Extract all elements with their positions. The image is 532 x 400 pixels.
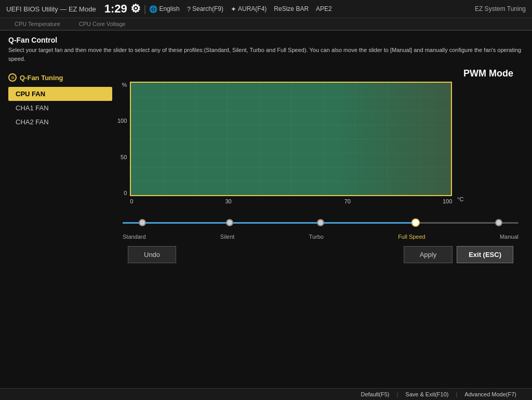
x-label-100: 100	[443, 198, 452, 204]
slider-track-wrapper[interactable]	[123, 215, 518, 230]
apply-button[interactable]: Apply	[404, 246, 453, 263]
language-label: English	[159, 5, 179, 12]
profile-slider-section: Standard Silent Turbo Full Speed Manual	[117, 215, 524, 240]
resizebar-label: ReSize BAR	[274, 5, 309, 12]
slider-label-manual: Manual	[500, 234, 518, 240]
chart-fade	[339, 83, 451, 195]
right-buttons: Apply Exit (ESC)	[404, 246, 513, 263]
slider-track	[123, 222, 518, 224]
language-selector[interactable]: 🌐 English	[149, 5, 179, 13]
qfan-title: Q-Fan Control	[8, 36, 524, 44]
fan-item-cpu[interactable]: CPU FAN	[8, 87, 112, 101]
x-axis: 0 30 70 100	[130, 196, 452, 204]
search-button[interactable]: ? Search(F9)	[187, 5, 223, 13]
footer-save-exit[interactable]: Save & Exit(F10)	[398, 391, 456, 397]
bottom-bar: Undo Apply Exit (ESC)	[117, 240, 524, 268]
chart-container	[130, 82, 452, 196]
y-label-pct: %	[122, 82, 127, 88]
search-icon: ?	[187, 5, 191, 13]
time-display: 1:29 ⚙	[104, 2, 141, 16]
slider-label-silent: Silent	[220, 234, 235, 240]
bios-screen: UEFI BIOS Utility — EZ Mode 1:29 ⚙ | 🌐 E…	[0, 0, 532, 400]
footer-default[interactable]: Default(F5)	[353, 391, 396, 397]
divider: |	[144, 4, 147, 15]
slider-knob-fullspeed[interactable]	[411, 218, 420, 227]
ape2-button[interactable]: APE2	[316, 5, 332, 12]
graph-area: PWM Mode % 100 50 0	[112, 68, 524, 383]
x-label-70: 70	[344, 198, 351, 204]
aura-label: AURA(F4)	[238, 5, 267, 12]
qfan-description: Select your target fan and then move the…	[8, 46, 524, 63]
sub-tabs-bar: CPU Temperature CPU Core Voltage	[0, 18, 532, 31]
body-area: ⊙ Q-Fan Tuning CPU FAN CHA1 FAN CHA2 FAN…	[8, 68, 524, 383]
chart-wrapper: % 100 50 0	[117, 82, 524, 204]
x-label-0: 0	[130, 198, 133, 204]
sidebar-section-label: Q-Fan Tuning	[20, 74, 63, 82]
y-label-100: 100	[117, 118, 127, 124]
slider-knob-standard[interactable]	[139, 219, 146, 226]
slider-knob-silent[interactable]	[226, 219, 233, 226]
search-label: Search(F9)	[192, 5, 223, 12]
tab-cpu-voltage[interactable]: CPU Core Voltage	[70, 18, 135, 31]
slider-track-active	[123, 222, 416, 224]
x-axis-unit: °C	[457, 196, 463, 202]
main-content: Q-Fan Control Select your target fan and…	[0, 31, 532, 388]
sidebar: ⊙ Q-Fan Tuning CPU FAN CHA1 FAN CHA2 FAN	[8, 68, 112, 383]
top-bar: UEFI BIOS Utility — EZ Mode 1:29 ⚙ | 🌐 E…	[0, 0, 532, 18]
y-label-0: 0	[124, 190, 127, 196]
slider-label-turbo: Turbo	[309, 234, 324, 240]
ez-system-tuning-link[interactable]: EZ System Tuning	[475, 5, 526, 12]
slider-label-standard: Standard	[123, 234, 146, 240]
slider-labels: Standard Silent Turbo Full Speed Manual	[123, 234, 518, 240]
slider-knob-manual[interactable]	[495, 219, 502, 226]
settings-icon: ⚙	[130, 2, 141, 16]
fan-item-cha1[interactable]: CHA1 FAN	[8, 101, 112, 115]
qfan-icon: ⊙	[8, 73, 17, 82]
globe-icon: 🌐	[149, 5, 157, 13]
chart-grid	[130, 82, 452, 196]
y-label-50: 50	[121, 154, 127, 160]
slider-label-fullspeed: Full Speed	[398, 234, 425, 240]
exit-button[interactable]: Exit (ESC)	[457, 246, 513, 263]
y-axis: % 100 50 0	[117, 82, 130, 196]
resizebar-button[interactable]: ReSize BAR	[274, 5, 309, 12]
qfan-header: Q-Fan Control Select your target fan and…	[8, 36, 524, 63]
qfan-tuning-section: ⊙ Q-Fan Tuning	[8, 73, 112, 82]
footer-advanced-mode[interactable]: Advanced Mode(F7)	[457, 391, 524, 397]
tab-cpu-temp[interactable]: CPU Temperature	[5, 18, 70, 31]
fan-list: CPU FAN CHA1 FAN CHA2 FAN	[8, 87, 112, 129]
footer-bar: Default(F5) | Save & Exit(F10) | Advance…	[0, 388, 532, 400]
undo-button[interactable]: Undo	[128, 246, 176, 263]
fan-item-cha2[interactable]: CHA2 FAN	[8, 115, 112, 129]
slider-knob-turbo[interactable]	[317, 219, 324, 226]
aura-button[interactable]: ✦ AURA(F4)	[231, 5, 267, 13]
aura-icon: ✦	[231, 5, 236, 13]
ape2-label: APE2	[316, 5, 332, 12]
pwm-mode-label: PWM Mode	[117, 68, 524, 79]
x-label-30: 30	[225, 198, 231, 204]
top-nav: 🌐 English ? Search(F9) ✦ AURA(F4) ReSize…	[149, 5, 331, 13]
app-title: UEFI BIOS Utility — EZ Mode	[6, 5, 96, 13]
time-text: 1:29	[104, 2, 127, 16]
